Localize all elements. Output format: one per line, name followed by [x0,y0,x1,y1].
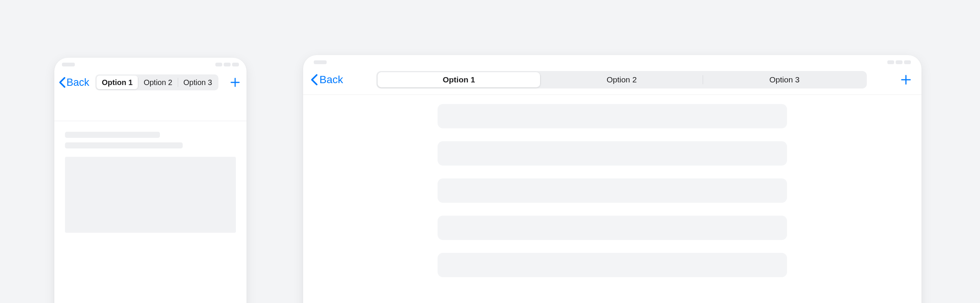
tablet-device-frame: Back Option 1 Option 2 Option 3 [303,55,921,303]
status-indicators [887,60,911,64]
status-indicator-placeholder [896,60,902,64]
tablet-content-area [303,95,921,299]
plus-icon [230,77,240,88]
status-time-placeholder [62,63,75,67]
status-indicators [215,63,239,67]
segmented-control[interactable]: Option 1 Option 2 Option 3 [95,75,218,90]
segment-option-1[interactable]: Option 1 [377,72,540,87]
phone-status-bar [54,58,247,71]
phone-navigation-bar: Back Option 1 Option 2 Option 3 [54,71,247,98]
back-button-label: Back [320,74,343,86]
chevron-left-icon [311,74,318,86]
segment-option-3[interactable]: Option 3 [703,72,865,87]
status-indicator-placeholder [215,63,222,67]
content-placeholder-row [438,253,787,277]
status-indicator-placeholder [904,60,911,64]
content-placeholder-line [65,143,183,149]
tablet-navigation-bar: Back Option 1 Option 2 Option 3 [303,70,921,95]
status-indicator-placeholder [224,63,231,67]
content-placeholder-row [438,141,787,165]
segment-option-3[interactable]: Option 3 [178,76,218,89]
tablet-status-bar [303,55,921,70]
chevron-left-icon [59,77,66,88]
back-button-label: Back [67,77,89,89]
status-indicator-placeholder [887,60,894,64]
status-indicator-placeholder [232,63,239,67]
phone-device-frame: Back Option 1 Option 2 Option 3 [54,58,247,303]
content-divider [54,121,247,121]
content-placeholder-row [438,104,787,128]
add-button[interactable] [900,74,912,86]
segment-option-1[interactable]: Option 1 [97,76,138,89]
add-button[interactable] [230,77,240,88]
back-button[interactable]: Back [59,77,89,89]
content-placeholder-block [65,157,236,233]
content-placeholder-line [65,132,160,138]
segmented-control[interactable]: Option 1 Option 2 Option 3 [376,71,867,89]
plus-icon [900,74,912,86]
segment-option-2[interactable]: Option 2 [541,72,703,87]
content-placeholder-row [438,178,787,203]
phone-content-area [54,98,247,233]
segment-option-2[interactable]: Option 2 [138,76,178,89]
back-button[interactable]: Back [311,74,343,86]
status-time-placeholder [314,60,327,64]
content-placeholder-row [438,216,787,240]
